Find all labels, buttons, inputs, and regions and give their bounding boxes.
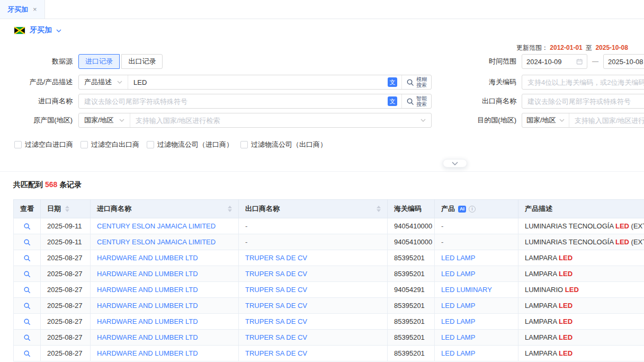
exporter-input[interactable] xyxy=(527,98,644,105)
origin-input[interactable] xyxy=(136,117,415,125)
description-cell: LUMINARIO LED xyxy=(518,282,644,298)
view-record-icon[interactable] xyxy=(23,350,31,357)
hs-code-cell: 85395201 xyxy=(388,250,435,266)
export-records-button[interactable]: 出口记录 xyxy=(121,54,163,69)
info-icon[interactable]: i xyxy=(469,206,476,213)
product-link[interactable]: LED LAMP xyxy=(441,302,475,310)
view-record-icon[interactable] xyxy=(23,318,31,325)
import-records-button[interactable]: 进口记录 xyxy=(78,54,120,69)
date-to-input[interactable] xyxy=(603,54,644,69)
data-source-label: 数据源 xyxy=(0,54,73,69)
date-from-input[interactable] xyxy=(522,54,587,69)
translate-icon[interactable]: 文 xyxy=(388,96,397,106)
destination-type-select[interactable]: 国家/地区 xyxy=(522,113,569,127)
filter-logistics-exporter-checkbox[interactable]: 过滤物流公司（出口商） xyxy=(240,140,327,149)
date-cell: 2025-09-11 xyxy=(41,234,91,250)
filter-row-4: 原产国(地区) 国家/地区 目的国(地区) 国家/地区 xyxy=(0,113,644,128)
tab-close-icon[interactable]: × xyxy=(33,6,37,13)
chevron-down-icon[interactable] xyxy=(421,119,431,122)
chevron-down-icon xyxy=(452,162,458,165)
view-record-icon[interactable] xyxy=(23,270,31,278)
product-link: - xyxy=(441,238,443,246)
checkbox-icon xyxy=(240,141,248,148)
importer-link[interactable]: HARDWARE AND LUMBER LTD xyxy=(97,254,198,262)
smart-search-button[interactable]: 智能 搜索 xyxy=(401,94,431,108)
translate-icon[interactable]: 文 xyxy=(388,77,397,87)
calendar-icon xyxy=(576,58,583,65)
col-product: 产品 AI i xyxy=(435,200,518,218)
importer-link[interactable]: CENTURY ESLON JAMAICA LIMITED xyxy=(97,222,216,230)
description-cell: LAMPARA LED xyxy=(518,314,644,330)
date-cell: 2025-08-27 xyxy=(41,314,91,330)
importer-link[interactable]: CENTURY ESLON JAMAICA LIMITED xyxy=(97,238,216,246)
chevron-down-icon xyxy=(559,119,565,122)
product-link[interactable]: LED LAMP xyxy=(441,333,475,341)
product-field-select[interactable]: 产品描述 xyxy=(79,75,128,89)
sort-exporter[interactable] xyxy=(377,206,381,212)
destination-input[interactable] xyxy=(575,117,644,125)
country-header: 牙买加 xyxy=(0,19,644,41)
exporter-link[interactable]: TRUPER SA DE CV xyxy=(245,254,307,262)
collapse-filter-button[interactable] xyxy=(443,159,467,167)
exporter-link[interactable]: TRUPER SA DE CV xyxy=(245,333,307,341)
product-link[interactable]: LED LAMP xyxy=(441,317,475,325)
importer-link[interactable]: HARDWARE AND LUMBER LTD xyxy=(97,349,198,357)
country-chevron-down-icon[interactable] xyxy=(56,29,61,32)
description-cell: LAMPARA LED xyxy=(518,266,644,282)
view-record-icon[interactable] xyxy=(23,239,31,246)
product-link[interactable]: LED LAMP xyxy=(441,349,475,357)
search-icon xyxy=(406,98,414,105)
product-link[interactable]: LED LUMINARY xyxy=(441,286,492,294)
exporter-link[interactable]: TRUPER SA DE CV xyxy=(245,349,307,357)
sort-importer[interactable] xyxy=(228,206,232,212)
hs-code-label: 海关编码 xyxy=(448,75,516,90)
update-range-to-word: 至 xyxy=(586,44,592,51)
exporter-link[interactable]: TRUPER SA DE CV xyxy=(245,302,307,310)
sort-date[interactable] xyxy=(65,206,69,212)
importer-link[interactable]: HARDWARE AND LUMBER LTD xyxy=(97,333,198,341)
importer-input[interactable] xyxy=(84,98,382,105)
product-input[interactable] xyxy=(133,78,382,86)
importer-input-wrap xyxy=(79,98,388,105)
product-link[interactable]: LED LAMP xyxy=(441,254,475,262)
ai-badge: AI xyxy=(458,206,466,213)
importer-label: 进口商名称 xyxy=(0,94,73,109)
view-record-icon[interactable] xyxy=(23,286,31,294)
exporter-input-wrap xyxy=(522,94,644,109)
exporter-link[interactable]: TRUPER SA DE CV xyxy=(245,317,307,325)
table-row: 2025-08-27 HARDWARE AND LUMBER LTD TRUPE… xyxy=(14,330,644,346)
checkbox-icon xyxy=(80,141,88,148)
view-record-icon[interactable] xyxy=(23,223,31,230)
date-cell: 2025-08-27 xyxy=(41,266,91,282)
results-panel: 共匹配到568条记录 查看 日期 进口商名称 xyxy=(0,172,644,361)
view-record-icon[interactable] xyxy=(23,334,31,341)
results-summary: 共匹配到568条记录 xyxy=(13,180,644,190)
origin-type-select[interactable]: 国家/地区 xyxy=(79,113,130,127)
date-cell: 2025-09-11 xyxy=(41,218,91,234)
exporter-link[interactable]: TRUPER SA DE CV xyxy=(245,286,307,294)
col-view: 查看 xyxy=(14,200,41,218)
tab-bar: 牙买加 × xyxy=(0,0,644,19)
origin-group: 国家/地区 xyxy=(78,113,432,128)
filter-logistics-importer-checkbox[interactable]: 过滤物流公司（进口商） xyxy=(147,140,233,149)
product-link[interactable]: LED LAMP xyxy=(441,270,475,278)
importer-link[interactable]: HARDWARE AND LUMBER LTD xyxy=(97,317,198,325)
importer-link[interactable]: HARDWARE AND LUMBER LTD xyxy=(97,286,198,294)
importer-link[interactable]: HARDWARE AND LUMBER LTD xyxy=(97,302,198,310)
data-source-toggle: 进口记录 出口记录 xyxy=(78,54,163,69)
filter-blank-importer-checkbox[interactable]: 过滤空白进口商 xyxy=(14,140,73,149)
filter-blank-exporter-checkbox[interactable]: 过滤空白出口商 xyxy=(80,140,139,149)
update-range-from: 2012-01-01 xyxy=(550,44,582,51)
tab-jamaica[interactable]: 牙买加 × xyxy=(0,0,45,19)
view-record-icon[interactable] xyxy=(23,302,31,310)
date-cell: 2025-08-27 xyxy=(41,250,91,266)
hs-code-input[interactable] xyxy=(527,78,644,86)
hs-code-cell: 85395201 xyxy=(388,298,435,314)
exporter-link[interactable]: TRUPER SA DE CV xyxy=(245,270,307,278)
fuzzy-search-button[interactable]: 模糊 搜索 xyxy=(401,75,431,89)
importer-link[interactable]: HARDWARE AND LUMBER LTD xyxy=(97,270,198,278)
view-record-icon[interactable] xyxy=(23,254,31,262)
destination-group: 国家/地区 xyxy=(522,113,644,128)
description-cell: LAMPARA LED xyxy=(518,250,644,266)
update-range-label: 更新范围： xyxy=(516,44,548,51)
